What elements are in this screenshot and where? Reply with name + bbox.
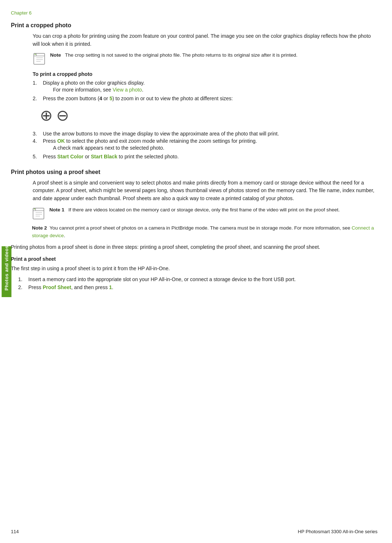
section2-note1-text: Note 1 If there are videos located on th… xyxy=(49,206,340,214)
note-label: Note xyxy=(50,52,61,58)
section2-note2: Note 2 You cannot print a proof sheet of… xyxy=(32,224,377,240)
section-print-cropped-photo: Print a cropped photo You can crop a pho… xyxy=(11,22,377,159)
note1-label: Note 1 xyxy=(49,207,64,212)
proof-sheet-label: Proof Sheet xyxy=(43,284,72,290)
connect-storage-link[interactable]: Connect a storage device xyxy=(32,225,374,238)
zoom-icons-area: ⊕ ⊖ xyxy=(40,106,377,124)
section1-steps-cont: 3. Use the arrow buttons to move the ima… xyxy=(33,131,377,159)
step-1-content: Display a photo on the color graphics di… xyxy=(43,80,377,94)
step-1-sub: For more information, see View a photo. xyxy=(53,86,377,94)
proof-step-1: 1. Insert a memory card into the appropr… xyxy=(18,276,377,282)
note1-icon xyxy=(32,207,46,221)
note-icon xyxy=(33,52,46,66)
step-3-content: Use the arrow buttons to move the image … xyxy=(43,131,377,137)
num-1-label: 1 xyxy=(109,284,112,290)
step-3: 3. Use the arrow buttons to move the ima… xyxy=(33,131,377,137)
note1-body: If there are videos located on the memor… xyxy=(69,207,340,212)
section1-steps: 1. Display a photo on the color graphics… xyxy=(33,80,377,101)
zoom-out-icon: ⊖ xyxy=(56,106,69,124)
proof-step-2-content: Press Proof Sheet, and then press 1. xyxy=(28,284,377,290)
section1-note: Note The crop setting is not saved to th… xyxy=(33,52,377,66)
section2-body: A proof sheet is a simple and convenient… xyxy=(33,179,377,203)
section1-body: You can crop a photo for printing using … xyxy=(33,32,377,48)
chapter-label: Chapter 6 xyxy=(11,10,377,16)
step-4-sub: A check mark appears next to the selecte… xyxy=(53,144,377,152)
step-1-num: 1. xyxy=(33,80,43,94)
footer-product-name: HP Photosmart 3300 All-in-One series xyxy=(298,529,377,534)
section2-heading: Print photos using a proof sheet xyxy=(11,169,377,175)
footer-page-number: 114 xyxy=(11,529,19,534)
proof-step-1-num: 1. xyxy=(18,276,28,282)
note2-label: Note 2 xyxy=(32,225,47,231)
step-2: 2. Press the zoom buttons (4 or 5) to zo… xyxy=(33,96,377,101)
page-footer: 114 HP Photosmart 3300 All-in-One series xyxy=(11,529,377,534)
section2-body2: Printing photos from a proof sheet is do… xyxy=(11,243,377,251)
start-black-label: Start Black xyxy=(91,154,117,159)
step-4: 4. Press OK to select the photo and exit… xyxy=(33,138,377,152)
proof-step-1-content: Insert a memory card into the appropriat… xyxy=(28,276,377,282)
step-2-content: Press the zoom buttons (4 or 5) to zoom … xyxy=(43,96,377,101)
note2-body: You cannot print a proof sheet of photos… xyxy=(32,225,374,238)
step-3-num: 3. xyxy=(33,131,43,137)
step-5-content: Press Start Color or Start Black to prin… xyxy=(43,154,377,159)
sidebar-tab-photos-videos: Photos and videos xyxy=(2,246,12,297)
note-body: The crop setting is not saved to the ori… xyxy=(65,52,298,58)
svg-rect-6 xyxy=(33,208,44,219)
section2-note1: Note 1 If there are videos located on th… xyxy=(32,206,377,221)
step-5-num: 5. xyxy=(33,154,43,159)
section1-note-text: Note The crop setting is not saved to th… xyxy=(50,52,298,59)
step-1-main: Display a photo on the color graphics di… xyxy=(43,80,145,86)
step-1: 1. Display a photo on the color graphics… xyxy=(33,80,377,94)
step-4-num: 4. xyxy=(33,138,43,152)
start-color-label: Start Color xyxy=(57,154,83,159)
section2-subheading: Print a proof sheet xyxy=(11,256,377,262)
view-photo-link[interactable]: View a photo xyxy=(113,87,142,93)
proof-step-2: 2. Press Proof Sheet, and then press 1. xyxy=(18,284,377,290)
step-4-content: Press OK to select the photo and exit zo… xyxy=(43,138,377,152)
step-5: 5. Press Start Color or Start Black to p… xyxy=(33,154,377,159)
section1-subheading: To print a cropped photo xyxy=(33,71,377,77)
section2-body3: The first step in using a proof sheet is… xyxy=(11,265,377,273)
svg-rect-0 xyxy=(34,53,45,64)
section1-heading: Print a cropped photo xyxy=(11,22,377,29)
step-2-num: 2. xyxy=(33,96,43,101)
proof-step-2-num: 2. xyxy=(18,284,28,290)
zoom-in-icon: ⊕ xyxy=(40,106,53,124)
section-proof-sheet: Print photos using a proof sheet A proof… xyxy=(11,169,377,290)
section2-steps: 1. Insert a memory card into the appropr… xyxy=(18,276,377,290)
